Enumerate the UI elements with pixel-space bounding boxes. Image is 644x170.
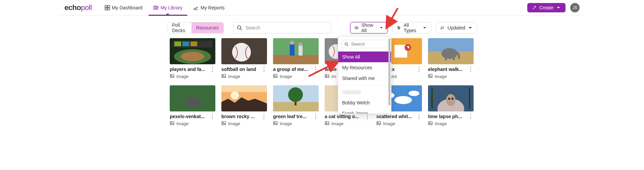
- scrollbar[interactable]: [388, 38, 390, 105]
- filter-sort-button[interactable]: Updated: [436, 22, 477, 33]
- more-button[interactable]: ⋮: [468, 113, 474, 119]
- tab-poll-decks[interactable]: Poll Decks: [167, 22, 192, 33]
- svg-point-10: [398, 28, 399, 29]
- resource-card[interactable]: a group of me...⋮Image: [273, 38, 319, 79]
- resource-type: Image: [170, 74, 215, 79]
- nav-my-library[interactable]: My Library: [149, 0, 187, 15]
- eye-icon: [355, 25, 359, 30]
- sort-icon: [440, 25, 445, 30]
- svg-rect-2: [105, 8, 107, 10]
- dropdown-item[interactable]: Bobby Welch: [338, 97, 391, 108]
- image-icon: [376, 121, 381, 126]
- search-input[interactable]: [246, 25, 328, 30]
- image-icon: [428, 121, 433, 126]
- resource-card[interactable]: brown rocky ...⋮Image: [221, 85, 267, 126]
- brand-part2: poll: [81, 3, 92, 12]
- svg-point-37: [326, 75, 327, 76]
- more-button[interactable]: ⋮: [364, 113, 370, 119]
- svg-point-88: [429, 122, 430, 123]
- search-box[interactable]: [233, 22, 332, 33]
- resource-card[interactable]: players and fa...⋮Image: [170, 38, 215, 79]
- more-button[interactable]: ⋮: [209, 113, 215, 119]
- resource-title: scattered whit...: [376, 114, 416, 119]
- svg-rect-26: [290, 44, 294, 56]
- resource-title: elephant walk...: [428, 67, 468, 72]
- image-icon: [428, 74, 433, 79]
- resource-card[interactable]: elephant walk...⋮Image: [428, 38, 474, 79]
- svg-rect-15: [174, 41, 181, 46]
- svg-point-9: [399, 27, 400, 28]
- filter-visibility-button[interactable]: Show All: [350, 22, 388, 33]
- svg-point-68: [274, 122, 275, 123]
- reports-icon: [193, 5, 199, 10]
- resource-type: Image: [376, 121, 422, 126]
- svg-point-57: [171, 122, 172, 123]
- image-icon: [170, 74, 174, 79]
- search-icon: [237, 25, 242, 30]
- chevron-down-icon: [468, 25, 473, 30]
- dropdown-item[interactable]: redacted: [338, 87, 391, 97]
- chevron-down-icon: [556, 5, 561, 10]
- svg-point-7: [356, 27, 357, 28]
- svg-point-83: [448, 98, 450, 100]
- resource-card[interactable]: pexels-venkat...⋮Image: [170, 85, 215, 126]
- svg-point-82: [446, 94, 455, 106]
- svg-rect-47: [453, 55, 455, 60]
- image-icon: [170, 121, 174, 126]
- more-button[interactable]: ⋮: [416, 66, 422, 72]
- more-button[interactable]: ⋮: [313, 113, 319, 119]
- more-button[interactable]: ⋮: [313, 66, 319, 72]
- resource-title: players and fa...: [170, 67, 209, 72]
- filter-type-button[interactable]: All Types: [392, 22, 431, 33]
- resource-thumbnail[interactable]: [221, 38, 267, 64]
- svg-point-23: [223, 75, 223, 76]
- dropdown-item[interactable]: Shared with me: [338, 73, 391, 84]
- svg-rect-16: [182, 41, 189, 46]
- image-icon: [221, 121, 226, 126]
- resource-thumbnail[interactable]: [428, 38, 474, 64]
- resource-thumbnail[interactable]: [273, 85, 319, 111]
- resource-card[interactable]: green leaf tre...⋮Image: [273, 85, 319, 126]
- brand-part1: echo: [64, 3, 81, 12]
- svg-point-48: [445, 49, 450, 54]
- resource-type-label: Image: [280, 121, 292, 126]
- nav-label: My Reports: [201, 5, 225, 10]
- resource-type: Image: [428, 74, 474, 79]
- more-button[interactable]: ⋮: [209, 66, 215, 72]
- nav-my-dashboard[interactable]: My Dashboard: [100, 0, 147, 15]
- more-button[interactable]: ⋮: [261, 113, 267, 119]
- resource-card[interactable]: time lapse ph...⋮Image: [428, 85, 474, 126]
- brand-logo[interactable]: echopoll: [64, 3, 92, 12]
- dropdown-item[interactable]: Frank Jones: [338, 108, 391, 113]
- avatar[interactable]: JS: [570, 3, 580, 12]
- dropdown-item[interactable]: Show All: [338, 52, 391, 62]
- dropdown-item[interactable]: My Resources: [338, 62, 391, 73]
- create-button[interactable]: Create: [527, 3, 566, 12]
- more-button[interactable]: ⋮: [468, 66, 474, 72]
- chevron-down-icon: [379, 25, 383, 30]
- resource-type: Image: [273, 121, 319, 126]
- resource-type-label: Image: [435, 74, 447, 79]
- resource-thumbnail[interactable]: [170, 38, 215, 64]
- svg-rect-86: [469, 87, 470, 109]
- resource-thumbnail[interactable]: [273, 38, 319, 64]
- resource-card[interactable]: softball on land⋮Image: [221, 38, 267, 79]
- resource-thumbnail[interactable]: [428, 85, 474, 111]
- more-button[interactable]: ⋮: [416, 113, 422, 119]
- tab-resources[interactable]: Resources: [192, 22, 223, 33]
- image-icon: [273, 121, 278, 126]
- seg-label: Resources: [196, 25, 219, 30]
- resource-thumbnail[interactable]: [170, 85, 215, 111]
- more-button[interactable]: ⋮: [261, 66, 267, 72]
- dropdown-search[interactable]: [341, 40, 388, 48]
- svg-point-19: [171, 75, 172, 76]
- svg-rect-46: [445, 55, 447, 60]
- resource-type-label: Image: [228, 74, 240, 79]
- resource-thumbnail[interactable]: [221, 85, 267, 111]
- resource-type-label: Im: [331, 74, 336, 79]
- resource-title: time lapse ph...: [428, 114, 468, 119]
- svg-point-60: [231, 91, 239, 99]
- dropdown-search-input[interactable]: [351, 41, 385, 47]
- svg-point-66: [288, 87, 303, 102]
- nav-my-reports[interactable]: My Reports: [189, 0, 229, 15]
